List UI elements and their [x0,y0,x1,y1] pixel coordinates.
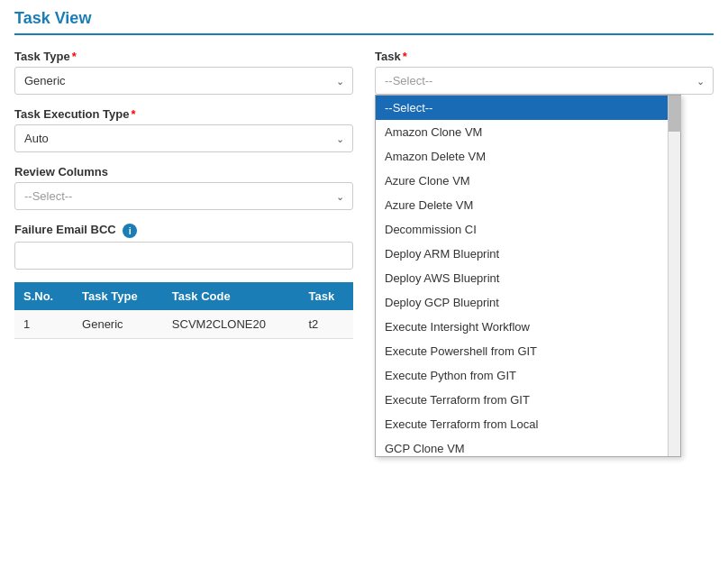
cell-task-code: SCVM2CLONE20 [163,310,300,339]
task-select-wrapper: --Select-- ⌄ [375,67,714,95]
task-option-0[interactable]: --Select-- [376,96,668,120]
task-execution-type-label: Task Execution Type* [14,107,353,121]
task-dropdown-panel: --Select--Amazon Clone VMAmazon Delete V… [375,95,681,457]
page-container: Task View Task Type* Generic ⌄ Task Exec [0,0,728,348]
task-dropdown-scroll-thumb[interactable] [669,96,681,132]
task-option-10[interactable]: Execute Powershell from GIT [376,339,668,363]
col-task: Task [299,282,353,310]
required-star: * [72,50,77,63]
task-option-7[interactable]: Deploy AWS Blueprint [376,266,668,290]
task-group: Task* --Select-- ⌄ --Select--Amazon Clon… [375,50,714,95]
cell-sno: 1 [14,310,73,339]
cell-task: t2 [299,310,353,339]
task-option-6[interactable]: Deploy ARM Blueprint [376,242,668,266]
review-columns-select[interactable]: --Select-- [14,182,353,210]
task-option-1[interactable]: Amazon Clone VM [376,120,668,144]
cell-task-type: Generic [73,310,163,339]
task-option-8[interactable]: Deploy GCP Blueprint [376,290,668,315]
task-execution-type-select-wrapper: Auto ⌄ [14,124,353,152]
task-option-11[interactable]: Execute Python from GIT [376,363,668,388]
task-option-3[interactable]: Azure Clone VM [376,169,668,193]
form-row: Task Type* Generic ⌄ Task Execution Type… [14,50,714,339]
task-dropdown-list: --Select--Amazon Clone VMAmazon Delete V… [376,96,680,456]
task-execution-type-group: Task Execution Type* Auto ⌄ [14,107,353,152]
task-type-label: Task Type* [14,50,353,63]
task-type-group: Task Type* Generic ⌄ [14,50,353,95]
task-type-select-wrapper: Generic ⌄ [14,67,353,95]
task-option-13[interactable]: Execute Terraform from Local [376,412,668,436]
table-row: 1 Generic SCVM2CLONE20 t2 [14,310,353,339]
col-task-type: Task Type [73,282,163,310]
task-option-12[interactable]: Execute Terraform from GIT [376,388,668,412]
task-option-14[interactable]: GCP Clone VM [376,436,668,456]
col-task-code: Task Code [163,282,300,310]
task-type-select[interactable]: Generic [14,67,353,95]
task-option-9[interactable]: Execute Intersight Workflow [376,315,668,339]
task-select[interactable]: --Select-- [375,67,714,95]
review-columns-select-wrapper: --Select-- ⌄ [14,182,353,210]
task-label: Task* [375,50,714,63]
review-columns-label: Review Columns [14,165,353,179]
page-title: Task View [14,9,714,35]
task-option-4[interactable]: Azure Delete VM [376,193,668,217]
required-star-3: * [403,50,407,63]
table-container: S.No. Task Type Task Code Task 1 Generic… [14,282,353,339]
failure-email-label: Failure Email BCC i [14,223,353,238]
task-option-5[interactable]: Decommission CI [376,217,668,242]
task-dropdown-container: --Select-- ⌄ --Select--Amazon Clone VMAm… [375,67,714,95]
info-icon[interactable]: i [123,224,137,238]
col-sno: S.No. [14,282,73,310]
left-column: Task Type* Generic ⌄ Task Execution Type… [14,50,353,339]
failure-email-group: Failure Email BCC i [14,223,353,270]
table-header-row: S.No. Task Type Task Code Task [14,282,353,310]
task-option-2[interactable]: Amazon Delete VM [376,144,668,169]
required-star-2: * [131,107,135,121]
failure-email-input[interactable] [14,242,353,270]
review-columns-group: Review Columns --Select-- ⌄ [14,165,353,210]
task-table: S.No. Task Type Task Code Task 1 Generic… [14,282,353,339]
right-column: Task* --Select-- ⌄ --Select--Amazon Clon… [375,50,714,107]
task-dropdown-scrollbar[interactable] [668,96,680,456]
task-execution-type-select[interactable]: Auto [14,124,353,152]
